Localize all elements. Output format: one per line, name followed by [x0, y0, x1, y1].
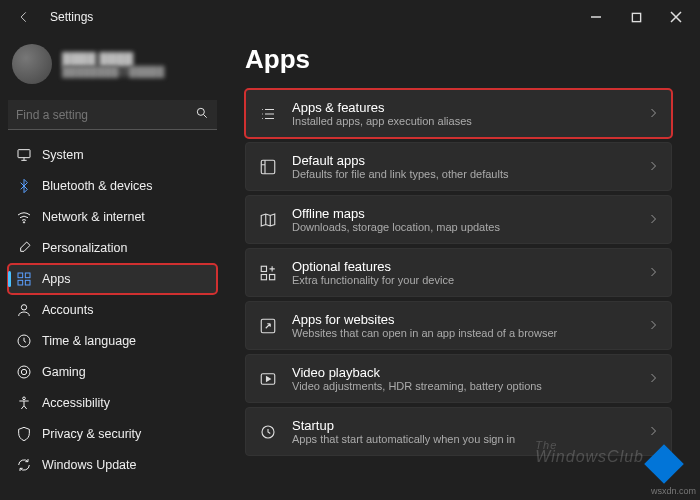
svg-rect-16 — [270, 274, 275, 279]
sidebar-item-label: Time & language — [42, 334, 136, 348]
search-input[interactable] — [16, 108, 195, 122]
card-video-playback[interactable]: Video playbackVideo adjustments, HDR str… — [245, 354, 672, 403]
sidebar-item-apps[interactable]: Apps — [8, 264, 217, 294]
sidebar-item-label: System — [42, 148, 84, 162]
search-icon — [195, 106, 209, 124]
card-sub: Apps that start automatically when you s… — [292, 433, 515, 445]
sidebar-item-label: Accounts — [42, 303, 93, 317]
svg-rect-4 — [18, 273, 23, 278]
card-title: Default apps — [292, 153, 508, 168]
svg-point-1 — [197, 108, 204, 115]
sidebar: ████ ████ ████████@█████ System Bluetoot… — [0, 34, 225, 500]
plus-grid-icon — [258, 263, 278, 283]
card-apps-websites[interactable]: Apps for websitesWebsites that can open … — [245, 301, 672, 350]
profile[interactable]: ████ ████ ████████@█████ — [8, 40, 217, 96]
svg-point-3 — [23, 222, 24, 223]
svg-rect-0 — [632, 13, 640, 21]
card-sub: Defaults for file and link types, other … — [292, 168, 508, 180]
sidebar-item-bluetooth[interactable]: Bluetooth & devices — [8, 171, 217, 201]
card-sub: Extra functionality for your device — [292, 274, 454, 286]
sidebar-item-system[interactable]: System — [8, 140, 217, 170]
card-title: Apps & features — [292, 100, 472, 115]
card-sub: Video adjustments, HDR streaming, batter… — [292, 380, 542, 392]
card-title: Video playback — [292, 365, 542, 380]
chevron-right-icon — [647, 423, 659, 441]
chevron-right-icon — [647, 264, 659, 282]
list-icon — [258, 104, 278, 124]
card-optional-features[interactable]: Optional featuresExtra functionality for… — [245, 248, 672, 297]
chevron-right-icon — [647, 317, 659, 335]
sidebar-item-label: Gaming — [42, 365, 86, 379]
gaming-icon — [16, 364, 32, 380]
card-apps-features[interactable]: Apps & featuresInstalled apps, app execu… — [245, 89, 672, 138]
sidebar-item-accounts[interactable]: Accounts — [8, 295, 217, 325]
shield-icon — [16, 426, 32, 442]
profile-name: ████ ████ — [62, 52, 164, 66]
main-content: Apps Apps & featuresInstalled apps, app … — [225, 34, 700, 500]
avatar — [12, 44, 52, 84]
sidebar-item-gaming[interactable]: Gaming — [8, 357, 217, 387]
chevron-right-icon — [647, 211, 659, 229]
search-box[interactable] — [8, 100, 217, 130]
titlebar: Settings — [0, 0, 700, 34]
person-icon — [16, 302, 32, 318]
svg-rect-15 — [261, 274, 266, 279]
chevron-right-icon — [647, 158, 659, 176]
svg-point-10 — [18, 366, 30, 378]
back-button[interactable] — [10, 3, 38, 31]
svg-rect-14 — [261, 266, 266, 271]
card-title: Offline maps — [292, 206, 500, 221]
sidebar-item-label: Network & internet — [42, 210, 145, 224]
sidebar-item-label: Apps — [42, 272, 71, 286]
card-title: Apps for websites — [292, 312, 557, 327]
sidebar-item-update[interactable]: Windows Update — [8, 450, 217, 480]
svg-point-12 — [23, 397, 26, 400]
attribution: wsxdn.com — [651, 486, 696, 496]
page-heading: Apps — [245, 44, 672, 75]
chevron-right-icon — [647, 370, 659, 388]
default-apps-icon — [258, 157, 278, 177]
card-startup[interactable]: StartupApps that start automatically whe… — [245, 407, 672, 456]
svg-rect-6 — [18, 280, 23, 285]
card-default-apps[interactable]: Default appsDefaults for file and link t… — [245, 142, 672, 191]
chevron-right-icon — [647, 105, 659, 123]
sidebar-item-accessibility[interactable]: Accessibility — [8, 388, 217, 418]
sidebar-item-personalization[interactable]: Personalization — [8, 233, 217, 263]
card-title: Optional features — [292, 259, 454, 274]
svg-rect-7 — [25, 280, 30, 285]
sidebar-item-label: Accessibility — [42, 396, 110, 410]
startup-icon — [258, 422, 278, 442]
sidebar-item-label: Windows Update — [42, 458, 137, 472]
paint-icon — [16, 240, 32, 256]
card-sub: Downloads, storage location, map updates — [292, 221, 500, 233]
sidebar-item-privacy[interactable]: Privacy & security — [8, 419, 217, 449]
bluetooth-icon — [16, 178, 32, 194]
card-title: Startup — [292, 418, 515, 433]
card-offline-maps[interactable]: Offline mapsDownloads, storage location,… — [245, 195, 672, 244]
nav: System Bluetooth & devices Network & int… — [8, 140, 217, 480]
svg-rect-13 — [261, 160, 275, 174]
map-icon — [258, 210, 278, 230]
maximize-button[interactable] — [616, 3, 656, 31]
sidebar-item-label: Personalization — [42, 241, 127, 255]
window-title: Settings — [50, 10, 93, 24]
close-button[interactable] — [656, 3, 696, 31]
sidebar-item-label: Privacy & security — [42, 427, 141, 441]
svg-rect-5 — [25, 273, 30, 278]
svg-point-11 — [21, 369, 26, 374]
system-icon — [16, 147, 32, 163]
accessibility-icon — [16, 395, 32, 411]
wifi-icon — [16, 209, 32, 225]
svg-point-8 — [21, 305, 26, 310]
update-icon — [16, 457, 32, 473]
apps-icon — [16, 271, 32, 287]
sidebar-item-label: Bluetooth & devices — [42, 179, 153, 193]
sidebar-item-network[interactable]: Network & internet — [8, 202, 217, 232]
card-sub: Websites that can open in an app instead… — [292, 327, 557, 339]
minimize-button[interactable] — [576, 3, 616, 31]
svg-rect-2 — [18, 150, 30, 158]
sidebar-item-time[interactable]: Time & language — [8, 326, 217, 356]
open-app-icon — [258, 316, 278, 336]
card-sub: Installed apps, app execution aliases — [292, 115, 472, 127]
video-icon — [258, 369, 278, 389]
